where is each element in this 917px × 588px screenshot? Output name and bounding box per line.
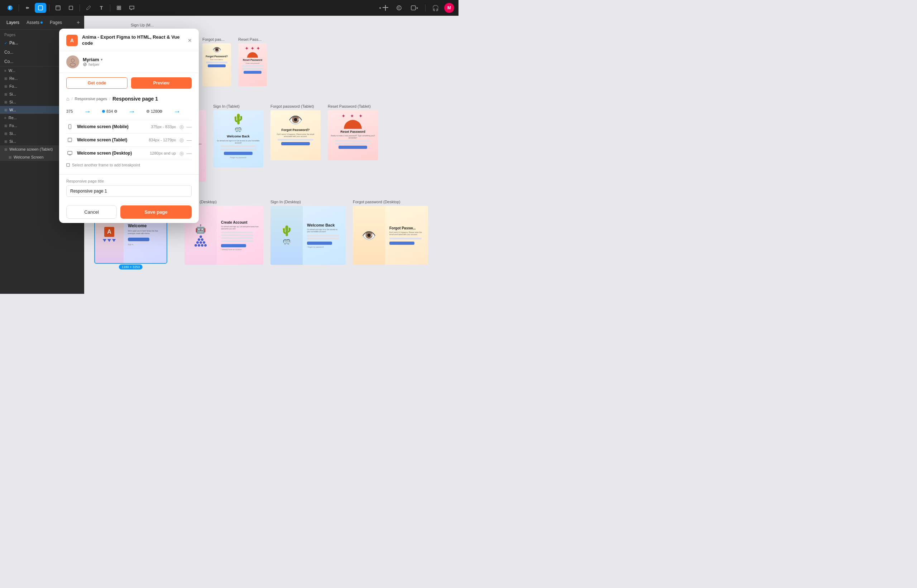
breakpoint-tablet: Welcome screen (Tablet) 834px - 1279px ◎…: [66, 133, 192, 146]
user-chevron-icon: ▾: [100, 58, 102, 61]
svg-point-20: [70, 141, 70, 141]
bp-tablet-remove-button[interactable]: —: [186, 137, 192, 143]
user-name-label: Myriam: [83, 57, 99, 62]
bp-mobile-remove-button[interactable]: —: [186, 124, 192, 129]
breakpoint-mobile: Welcome screen (Mobile) 375px - 833px ◎ …: [66, 120, 192, 133]
modal-rename-section: Responsive page title: [59, 174, 199, 201]
save-page-button[interactable]: Save page: [120, 205, 192, 219]
bp-desktop-name: Welcome screen (Desktop): [77, 151, 146, 156]
add-breakpoint-text: Select another frame to add breakpoint: [72, 163, 140, 167]
breakpoint-slider: 375 → 834 → 1280 →: [66, 107, 192, 116]
svg-rect-22: [66, 163, 70, 166]
bp-val-1280: 1280: [151, 109, 159, 113]
modal-close-button[interactable]: ×: [188, 37, 192, 44]
bp-arrow-1: →: [73, 107, 102, 116]
modal-header: A Anima - Export Figma to HTML, React & …: [59, 29, 199, 51]
bp-desktop-icon: [66, 150, 73, 157]
modal-breadcrumb: ⌂ / Responsive pages / Responsive page 1: [59, 93, 199, 105]
anima-modal: A Anima - Export Figma to HTML, React & …: [59, 29, 199, 223]
bp-mobile-target-button[interactable]: ◎: [180, 124, 184, 129]
svg-point-18: [70, 128, 70, 128]
svg-point-15: [70, 63, 75, 66]
bp-desktop-remove-button[interactable]: —: [186, 150, 192, 156]
modal-logo: A: [66, 35, 78, 46]
get-code-button[interactable]: Get code: [66, 77, 128, 89]
bp-mobile-actions: ◎ —: [180, 124, 192, 129]
bp-arrow-3: →: [162, 107, 192, 116]
bp-mobile-name: Welcome screen (Mobile): [77, 124, 147, 129]
bp-arrow-2: →: [117, 107, 146, 116]
modal-overlay: A Anima - Export Figma to HTML, React & …: [0, 0, 458, 294]
user-info-container: Myriam ▾ helper: [83, 57, 192, 66]
svg-rect-21: [68, 151, 72, 155]
bp-dot-4: [159, 110, 162, 113]
modal-title-text: Anima - Export Figma to HTML, React & Vu…: [82, 34, 183, 47]
cancel-button[interactable]: Cancel: [66, 205, 117, 219]
breadcrumb-sep-2: /: [109, 97, 110, 101]
breakpoint-desktop: Welcome screen (Desktop) 1280px and up ◎…: [66, 146, 192, 160]
bp-desktop-actions: ◎ —: [180, 150, 192, 156]
breadcrumb-current: Responsive page 1: [112, 96, 158, 102]
modal-actions: Get code Preview: [59, 73, 199, 93]
rename-label: Responsive page title: [66, 179, 192, 183]
user-role-label: helper: [89, 62, 100, 66]
bp-tablet-icon: [66, 136, 73, 144]
modal-breakpoints: 375 → 834 → 1280 → Welcome screen (Mobil…: [59, 105, 199, 174]
bp-dot-1: [102, 110, 105, 113]
add-breakpoint-hint: Select another frame to add breakpoint: [66, 160, 192, 170]
bp-val-375: 375: [66, 109, 73, 113]
svg-point-14: [71, 59, 74, 62]
user-name-text: Myriam ▾: [83, 57, 192, 62]
modal-logo-text: A: [70, 37, 74, 43]
bp-tablet-actions: ◎ —: [180, 137, 192, 143]
bp-desktop-size: 1280px and up: [150, 151, 176, 155]
breadcrumb-sep-1: /: [71, 97, 72, 101]
modal-footer: Cancel Save page: [59, 201, 199, 223]
breadcrumb-home-icon[interactable]: ⌂: [66, 96, 69, 102]
breadcrumb-pages[interactable]: Responsive pages: [75, 97, 107, 101]
preview-button[interactable]: Preview: [131, 77, 192, 89]
bp-tablet-size: 834px - 1279px: [149, 138, 176, 142]
modal-user-section: Myriam ▾ helper: [59, 51, 199, 73]
bp-dot-3: [146, 110, 149, 113]
bp-tablet-target-button[interactable]: ◎: [180, 137, 184, 143]
bp-mobile-icon: [66, 123, 73, 130]
bp-tablet-name: Welcome screen (Tablet): [77, 137, 145, 142]
bp-val-834: 834: [106, 109, 113, 113]
bp-desktop-target-button[interactable]: ◎: [180, 150, 184, 156]
user-avatar-image: [66, 55, 79, 68]
bp-dot-2: [114, 110, 117, 113]
bp-mobile-size: 375px - 833px: [151, 124, 176, 129]
rename-input[interactable]: [66, 186, 192, 197]
user-role-text: helper: [83, 62, 192, 66]
